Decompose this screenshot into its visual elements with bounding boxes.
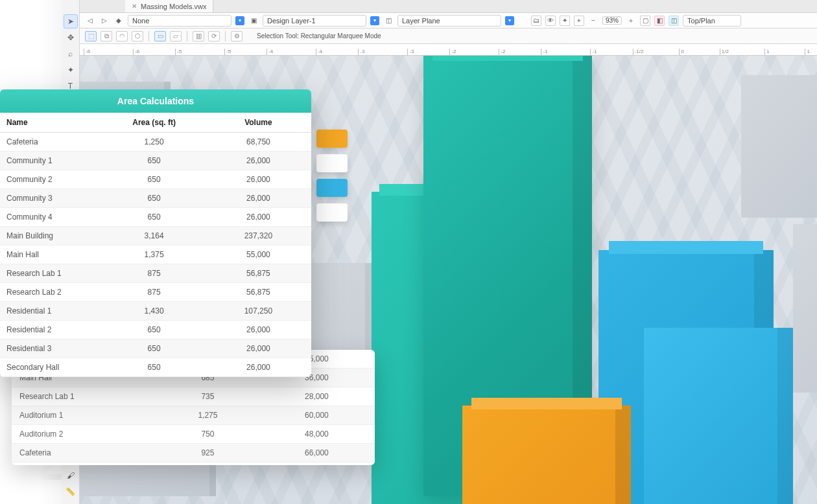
card-tab-orange[interactable]: [316, 130, 348, 148]
close-icon[interactable]: ✕: [132, 3, 137, 10]
tool-pan[interactable]: ✥: [64, 30, 78, 45]
mode-multi-icon[interactable]: ⧉: [101, 31, 112, 41]
table-cell: 1,430: [102, 302, 205, 321]
table-row[interactable]: Community 465026,000: [0, 208, 311, 227]
nav-back-icon[interactable]: ◁: [85, 16, 95, 26]
table-row[interactable]: Residential 365026,000: [0, 339, 311, 358]
mode-separator-3: [225, 31, 226, 41]
card-tab-blue[interactable]: [316, 179, 348, 197]
worksheet-column-header[interactable]: Volume: [206, 113, 311, 133]
massing-model-blue-low[interactable]: [644, 328, 793, 504]
fit-icon[interactable]: ▢: [640, 16, 650, 26]
worksheet-table: NameArea (sq. ft)Volume Cafeteria1,25068…: [0, 113, 311, 377]
table-cell: Residential 2: [0, 321, 102, 339]
table-row[interactable]: Residential 265026,000: [0, 321, 311, 339]
table-row[interactable]: Research Lab 173528,000: [12, 387, 375, 406]
ruler-tick: -1 1/2: [541, 49, 554, 55]
ruler-tick: 1 1/2: [805, 49, 817, 55]
table-cell: Auditorium 2: [12, 425, 157, 444]
mode-wall-icon[interactable]: ▥: [193, 31, 204, 41]
ruler-tick: 1: [764, 49, 769, 55]
table-row[interactable]: Community 365026,000: [0, 189, 311, 208]
document-tab-title: Massing Models.vwx: [141, 3, 206, 10]
document-tab[interactable]: ✕ Massing Models.vwx: [125, 0, 213, 12]
worksheet-card[interactable]: Area Calculations NameArea (sq. ft)Volum…: [0, 89, 311, 377]
mode-bar: ⬚ ⧉ ◠ ⬠ ▭ ▱ ▥ ⟳ ⚙ Selection Tool: Rectan…: [80, 29, 817, 44]
mode-poly-icon[interactable]: ⬠: [132, 31, 143, 41]
table-row[interactable]: Research Lab 187556,875: [0, 264, 311, 283]
layer-icon[interactable]: ▣: [248, 16, 259, 26]
class-selector-value: None: [132, 17, 149, 25]
table-cell: 650: [102, 189, 205, 208]
table-cell: 750: [157, 425, 259, 444]
table-cell: 735: [157, 387, 259, 406]
table-cell: 1,250: [102, 133, 205, 152]
table-row[interactable]: Research Lab 287556,875: [0, 283, 311, 302]
tool-paint[interactable]: 🖌: [64, 468, 78, 483]
ruler-tick: -2 1/2: [449, 49, 463, 55]
tool-pointer[interactable]: ➤: [64, 14, 78, 29]
table-cell: Cafeteria: [0, 133, 102, 152]
layer-dropdown-icon[interactable]: ▾: [370, 16, 379, 25]
mode-prefs-icon[interactable]: ⚙: [231, 31, 243, 41]
class-selector[interactable]: None: [128, 15, 231, 27]
table-cell: 26,000: [206, 321, 311, 339]
table-cell: 28,000: [259, 387, 375, 406]
table-cell: 107,250: [206, 302, 311, 321]
table-cell: Research Lab 2: [0, 283, 102, 302]
table-row[interactable]: Community 265026,000: [0, 170, 311, 189]
table-cell: 68,750: [206, 133, 311, 152]
mode-marquee-icon[interactable]: ▭: [154, 31, 166, 41]
zoom-in-icon[interactable]: ＋: [626, 16, 636, 26]
table-cell: 55,000: [206, 246, 311, 264]
card-tab-white-2[interactable]: [316, 203, 348, 222]
app-chrome: ✕ Massing Models.vwx ◁ ▷ ◆ None ▾ ▣ Desi…: [80, 0, 817, 56]
massing-model-orange[interactable]: [462, 406, 631, 504]
table-cell: 60,000: [259, 406, 375, 425]
unified-view-icon[interactable]: ◧: [654, 16, 665, 26]
worksheet-column-header[interactable]: Name: [0, 113, 102, 133]
table-row[interactable]: Main Hall1,37555,000: [0, 246, 311, 264]
nav-fwd-icon[interactable]: ▷: [99, 16, 110, 26]
table-cell: Community 2: [0, 170, 102, 189]
table-row[interactable]: Community 165026,000: [0, 152, 311, 170]
context-block: [793, 224, 817, 393]
layer-selector-value: Design Layer-1: [267, 17, 316, 25]
mode-reshape-icon[interactable]: ▱: [170, 31, 182, 41]
class-dropdown-icon[interactable]: ▾: [235, 16, 244, 25]
tool-zoom[interactable]: ⌕: [64, 47, 78, 61]
render-icon[interactable]: ✦: [560, 16, 570, 26]
visibility-icon[interactable]: 👁: [545, 16, 556, 26]
tool-measure[interactable]: 📏: [64, 485, 78, 499]
zoom-out-icon[interactable]: −: [588, 16, 598, 26]
document-tab-bar: ✕ Massing Models.vwx: [80, 0, 817, 13]
plane-dropdown-icon[interactable]: ▾: [505, 16, 514, 25]
table-row[interactable]: Cafeteria92566,000: [12, 444, 375, 463]
saved-views-icon[interactable]: 🗂: [531, 16, 541, 26]
worksheet-column-header[interactable]: Area (sq. ft): [102, 113, 205, 133]
card-tab-white[interactable]: [316, 154, 348, 172]
tool-flyover[interactable]: ✦: [64, 63, 78, 77]
mode-lasso-icon[interactable]: ◠: [116, 31, 128, 41]
class-icon[interactable]: ◆: [113, 16, 124, 26]
multiview-icon[interactable]: ◫: [669, 16, 679, 26]
table-cell: Residential 3: [0, 339, 102, 358]
table-cell: 650: [102, 208, 205, 227]
table-cell: 56,875: [206, 283, 311, 302]
table-row[interactable]: Cafeteria1,25068,750: [0, 133, 311, 152]
table-cell: Main Building: [0, 227, 102, 246]
table-row[interactable]: Residential 11,430107,250: [0, 302, 311, 321]
plane-selector[interactable]: Layer Plane: [397, 15, 501, 27]
snap-icon[interactable]: ⌖: [574, 16, 584, 26]
table-row[interactable]: Auditorium 275048,000: [12, 425, 375, 444]
table-row[interactable]: Main Building3,164237,320: [0, 227, 311, 246]
layer-selector[interactable]: Design Layer-1: [263, 15, 366, 27]
plane-icon[interactable]: ◫: [383, 16, 394, 26]
mode-single-icon[interactable]: ⬚: [85, 31, 97, 41]
mode-offset-icon[interactable]: ⟳: [208, 31, 220, 41]
table-row[interactable]: Auditorium 11,27560,000: [12, 406, 375, 425]
zoom-value[interactable]: 93%: [602, 16, 622, 25]
ruler-tick: -1/2: [633, 49, 644, 55]
view-selector[interactable]: Top/Plan: [683, 15, 741, 27]
table-row[interactable]: Secondary Hall65026,000: [0, 358, 311, 377]
